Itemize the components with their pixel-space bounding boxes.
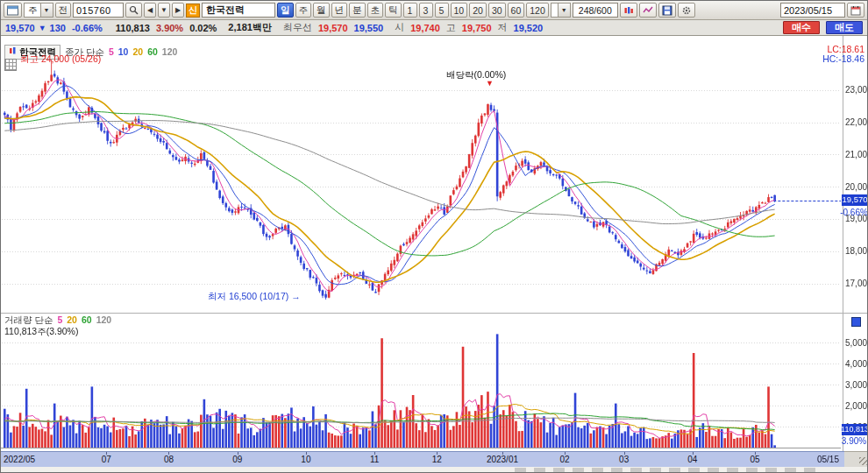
high-label: 고 bbox=[446, 21, 456, 34]
ma120-label: 120 bbox=[162, 47, 178, 58]
hc-indicator: HC:-18.46 bbox=[822, 54, 864, 65]
x-axis-tick bbox=[693, 452, 694, 455]
low-annotation: 최저 16,500 (10/17) → bbox=[208, 292, 301, 302]
volume-pane-button[interactable] bbox=[851, 317, 861, 327]
interval-60-button[interactable]: 60 bbox=[508, 3, 525, 18]
x-axis-tick bbox=[437, 452, 438, 455]
low-annotation-text: 최저 16,500 (10/17) bbox=[208, 291, 288, 301]
interval-120-button[interactable]: 120 bbox=[526, 3, 549, 18]
interval-10-button[interactable]: 10 bbox=[451, 3, 468, 18]
timeframe-tick-button[interactable]: 틱 bbox=[385, 3, 402, 18]
last-volume-tag: 110,813 bbox=[842, 424, 868, 435]
timeframe-minute-button[interactable]: 분 bbox=[349, 3, 366, 18]
background-window-fragment bbox=[515, 468, 816, 473]
price-change-pct: -0.66% bbox=[72, 23, 103, 33]
nav-dropdown-icon[interactable]: ▼ bbox=[158, 3, 170, 18]
volume-current-label: 110,813주(3.90%) bbox=[4, 327, 78, 337]
axis-corner[interactable] bbox=[844, 451, 868, 467]
x-axis-tick bbox=[168, 452, 169, 455]
x-axis-label: 08 bbox=[164, 455, 174, 464]
timeframe-day-button[interactable]: 일 bbox=[277, 3, 294, 18]
interval-30-button[interactable]: 30 bbox=[488, 3, 506, 18]
chart-style-combo[interactable]: ▼ bbox=[551, 3, 571, 18]
volume-pane-legend: 거래량 단순 5 20 60 120 bbox=[4, 315, 111, 326]
chart-canvas[interactable] bbox=[1, 36, 868, 451]
buy-button[interactable]: 매수 bbox=[783, 21, 820, 34]
x-axis-label: 12 bbox=[432, 455, 442, 464]
current-price: 19,570 bbox=[5, 23, 35, 33]
trade-value: 2,181백만 bbox=[228, 21, 272, 34]
x-axis-label: 03 bbox=[619, 455, 629, 464]
low-label: 저 bbox=[498, 21, 508, 34]
nav-back-icon[interactable]: ◀ bbox=[144, 3, 156, 18]
arrow-down-icon: ▼ bbox=[486, 80, 494, 88]
x-axis-label: 07 bbox=[102, 455, 111, 464]
stock-chart-window: 주 ▼ 전 ◀ ▼ ▶ 신 한국전력 일 주 월 년 분 초 틱 1 3 5 1… bbox=[0, 0, 868, 473]
x-axis-tick bbox=[238, 452, 238, 455]
volume-legend-title: 거래량 단순 bbox=[4, 315, 53, 326]
trendline-icon[interactable] bbox=[639, 3, 657, 18]
window-icon[interactable] bbox=[4, 3, 22, 18]
stock-name-field[interactable]: 한국전력 bbox=[202, 3, 275, 18]
timeframe-second-button[interactable]: 초 bbox=[367, 3, 384, 18]
stock-code-input[interactable] bbox=[73, 3, 124, 18]
x-axis-bar[interactable]: 2022/050708091011122023/010203040505/15 bbox=[1, 451, 844, 467]
asset-type-combo[interactable]: 주 ▼ bbox=[24, 3, 53, 18]
save-icon[interactable] bbox=[658, 3, 676, 18]
high-annotation: 최고 24,000 (05/26) bbox=[20, 54, 101, 65]
sell-button[interactable]: 매도 bbox=[826, 21, 863, 34]
vol-ma5-label: 5 bbox=[57, 315, 62, 326]
x-axis-label: 2022/05 bbox=[4, 455, 35, 464]
x-axis-label: 10 bbox=[301, 455, 310, 464]
x-axis-tick bbox=[106, 452, 107, 455]
volume-ratio: 3.90% bbox=[156, 23, 183, 33]
x-axis-label: 2023/01 bbox=[487, 455, 518, 464]
x-axis-tick bbox=[374, 452, 375, 455]
prev-stock-button[interactable]: 전 bbox=[55, 3, 72, 18]
interval-1-button[interactable]: 1 bbox=[403, 3, 417, 18]
ma20-label: 20 bbox=[132, 47, 143, 58]
timeframe-year-button[interactable]: 년 bbox=[331, 3, 348, 18]
x-axis-tick bbox=[502, 452, 503, 455]
date-input[interactable] bbox=[780, 3, 845, 18]
ma5-label: 5 bbox=[109, 47, 114, 58]
timeframe-month-button[interactable]: 월 bbox=[313, 3, 330, 18]
timeframe-week-button[interactable]: 주 bbox=[295, 3, 312, 18]
x-axis-tick bbox=[565, 452, 566, 455]
calendar-icon[interactable] bbox=[847, 3, 864, 18]
turnover-ratio: 0.02% bbox=[189, 23, 217, 33]
chevron-down-icon: ▼ bbox=[558, 4, 570, 17]
ma60-label: 60 bbox=[147, 47, 158, 58]
low-price: 19,520 bbox=[514, 23, 544, 33]
date-group bbox=[780, 3, 864, 18]
search-icon[interactable] bbox=[125, 3, 142, 18]
nav-forward-icon[interactable]: ▶ bbox=[172, 3, 184, 18]
bar-count-display: 248/600 bbox=[573, 3, 618, 18]
ma10-label: 10 bbox=[118, 47, 129, 58]
interval-20-button[interactable]: 20 bbox=[469, 3, 487, 18]
drawing-tool-icon[interactable] bbox=[4, 59, 17, 71]
open-price: 19,740 bbox=[410, 23, 440, 33]
last-price-pct: -0.66% bbox=[840, 208, 868, 217]
interval-5-button[interactable]: 5 bbox=[435, 3, 449, 18]
x-axis-label: 05 bbox=[750, 455, 759, 464]
credit-badge: 신 bbox=[186, 4, 200, 18]
candlestick-icon bbox=[9, 46, 17, 58]
x-axis-label: 04 bbox=[687, 455, 697, 464]
x-axis-label: 02 bbox=[560, 455, 570, 464]
volume-value: 110,813 bbox=[116, 23, 150, 33]
ex-dividend-annotation: 배당락(0.00%) bbox=[446, 70, 506, 81]
best-ask: 19,570 bbox=[318, 23, 348, 33]
gear-icon[interactable] bbox=[678, 3, 695, 18]
x-axis-tick bbox=[755, 452, 756, 455]
vol-ma60-label: 60 bbox=[82, 315, 92, 326]
interval-3-button[interactable]: 3 bbox=[419, 3, 433, 18]
price-change: 130 bbox=[50, 23, 66, 33]
main-toolbar: 주 ▼ 전 ◀ ▼ ▶ 신 한국전력 일 주 월 년 분 초 틱 1 3 5 1… bbox=[1, 1, 867, 20]
resize-grip-icon bbox=[859, 457, 867, 465]
x-axis-label: 11 bbox=[370, 455, 379, 464]
multi-chart-icon[interactable] bbox=[620, 3, 637, 18]
vol-ma20-label: 20 bbox=[67, 315, 77, 326]
last-volume-pct: 3.90% bbox=[840, 436, 868, 446]
quote-info-bar: 19,570 ▼ 130 -0.66% 110,813 3.90% 0.02% … bbox=[1, 20, 867, 36]
